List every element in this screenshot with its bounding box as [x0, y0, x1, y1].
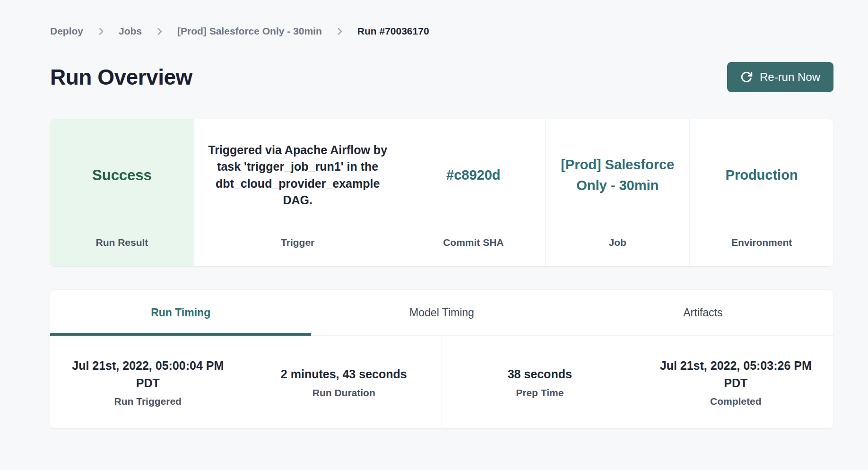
breadcrumb-item-jobs[interactable]: Jobs [119, 26, 142, 37]
environment-cell: Production Environment [689, 119, 833, 266]
job-link[interactable]: [Prod] Salesforce Only - 30min [558, 155, 677, 196]
completed-value: Jul 21st, 2022, 05:03:26 PM PDT [651, 357, 821, 392]
rerun-button-label: Re-run Now [760, 70, 820, 84]
job-cell: [Prod] Salesforce Only - 30min Job [545, 119, 689, 266]
active-tab-indicator [50, 333, 311, 336]
page-title: Run Overview [50, 64, 192, 90]
prep-time-cell: 38 seconds Prep Time [442, 336, 638, 428]
tab-artifacts-label: Artifacts [683, 306, 722, 319]
run-timing-panel: Jul 21st, 2022, 05:00:04 PM PDT Run Trig… [50, 336, 833, 428]
tab-model-timing[interactable]: Model Timing [311, 290, 572, 335]
run-detail-card: Run Timing Model Timing Artifacts Jul 21… [50, 290, 833, 428]
tab-model-timing-label: Model Timing [409, 306, 474, 319]
page-header: Run Overview Re-run Now [50, 61, 833, 93]
run-triggered-label: Run Triggered [114, 396, 182, 407]
tab-artifacts[interactable]: Artifacts [573, 290, 833, 335]
tab-run-timing[interactable]: Run Timing [50, 290, 311, 335]
run-triggered-cell: Jul 21st, 2022, 05:00:04 PM PDT Run Trig… [50, 336, 246, 428]
trigger-label: Trigger [194, 237, 401, 248]
breadcrumb: Deploy Jobs [Prod] Salesforce Only - 30m… [50, 26, 833, 37]
tabs-bar: Run Timing Model Timing Artifacts [50, 290, 833, 336]
run-result-value: Success [92, 167, 152, 184]
run-duration-value: 2 minutes, 43 seconds [281, 366, 407, 383]
run-overview-page: Deploy Jobs [Prod] Salesforce Only - 30m… [0, 0, 868, 428]
run-result-label: Run Result [50, 237, 194, 248]
job-label: Job [546, 237, 689, 248]
prep-time-value: 38 seconds [508, 366, 572, 383]
environment-label: Environment [690, 237, 833, 248]
commit-sha-cell: #c8920d Commit SHA [401, 119, 545, 266]
run-summary-card: Success Run Result Triggered via Apache … [50, 119, 833, 266]
tab-run-timing-label: Run Timing [151, 306, 210, 319]
trigger-cell: Triggered via Apache Airflow by task 'tr… [194, 119, 401, 266]
trigger-value: Triggered via Apache Airflow by task 'tr… [206, 142, 390, 209]
prep-time-label: Prep Time [516, 387, 564, 399]
completed-label: Completed [710, 396, 762, 407]
breadcrumb-item-run-number: Run #70036170 [357, 26, 429, 37]
chevron-right-icon [96, 26, 106, 36]
breadcrumb-item-deploy[interactable]: Deploy [50, 26, 83, 37]
run-result-cell: Success Run Result [50, 119, 194, 266]
environment-link[interactable]: Production [726, 165, 798, 186]
breadcrumb-item-job-name[interactable]: [Prod] Salesforce Only - 30min [177, 26, 322, 37]
run-duration-label: Run Duration [312, 387, 375, 399]
run-duration-cell: 2 minutes, 43 seconds Run Duration [246, 336, 442, 428]
commit-sha-label: Commit SHA [401, 237, 545, 248]
refresh-cw-icon [740, 71, 753, 83]
rerun-now-button[interactable]: Re-run Now [727, 62, 833, 92]
commit-sha-link[interactable]: #c8920d [446, 165, 501, 186]
completed-cell: Jul 21st, 2022, 05:03:26 PM PDT Complete… [638, 336, 834, 428]
chevron-right-icon [335, 26, 345, 36]
chevron-right-icon [155, 26, 165, 36]
run-triggered-value: Jul 21st, 2022, 05:00:04 PM PDT [63, 357, 233, 392]
